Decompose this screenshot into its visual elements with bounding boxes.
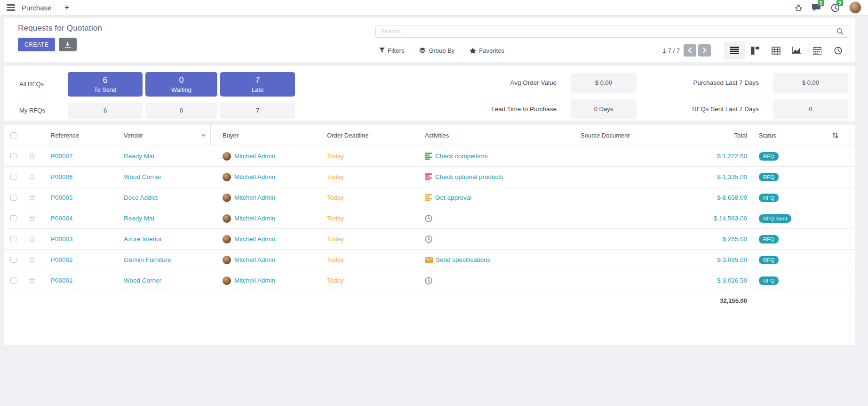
view-list-button[interactable] — [724, 41, 745, 59]
row-checkbox[interactable] — [10, 277, 16, 284]
stat-late-button[interactable]: 7Late — [220, 72, 295, 97]
activities-icon[interactable]: 9 — [831, 3, 840, 12]
activity-cell[interactable]: Send specifications — [413, 250, 568, 270]
my-late-box[interactable]: 7 — [220, 103, 295, 119]
filters-button[interactable]: Filters — [375, 45, 408, 56]
activity-cell[interactable] — [413, 229, 568, 249]
header-total[interactable]: Total — [672, 125, 749, 146]
header-status[interactable]: Status — [749, 125, 815, 146]
add-tab-button[interactable]: + — [64, 3, 69, 12]
activity-label[interactable]: Check optional products — [435, 173, 503, 180]
header-vendor[interactable]: Vendor — [114, 125, 211, 146]
favorite-star-icon[interactable]: ☆ — [28, 193, 36, 202]
reference-link[interactable]: P00001 — [51, 277, 73, 284]
favorite-star-icon[interactable]: ☆ — [28, 152, 36, 161]
export-button[interactable] — [59, 38, 77, 51]
table-row[interactable]: ☆ P00002 Gemini Furniture Mitchell Admin… — [4, 249, 855, 270]
reference-link[interactable]: P00002 — [51, 256, 73, 263]
vendor-link[interactable]: Gemini Furniture — [124, 256, 171, 263]
vendor-link[interactable]: Ready Mat — [124, 153, 154, 160]
pager-next-button[interactable] — [698, 44, 711, 57]
header-activities[interactable]: Activities — [413, 125, 568, 146]
header-source-document[interactable]: Source Document — [568, 125, 672, 146]
order-deadline-value: Today — [327, 277, 344, 284]
vendor-link[interactable]: Deco Addict — [124, 194, 158, 201]
group-by-button[interactable]: Group By — [415, 45, 458, 56]
app-name[interactable]: Purchase — [22, 4, 51, 12]
header-reference[interactable]: Reference — [41, 125, 114, 146]
table-row[interactable]: ☆ P00004 Ready Mat Mitchell Admin Today … — [4, 208, 855, 228]
activity-envelope-icon[interactable] — [425, 257, 433, 263]
vendor-link[interactable]: Wood Corner — [124, 173, 161, 180]
view-graph-button[interactable] — [786, 41, 807, 59]
activity-cell[interactable]: Check optional products — [413, 167, 568, 187]
activity-label[interactable]: Check competitors — [435, 153, 488, 160]
activity-list-icon[interactable] — [425, 194, 432, 201]
activity-cell[interactable]: Get approval — [413, 187, 568, 208]
reference-link[interactable]: P00004 — [51, 215, 73, 222]
table-row[interactable]: ☆ P00006 Wood Corner Mitchell Admin Toda… — [4, 166, 855, 187]
search-input[interactable] — [376, 25, 836, 37]
search-box[interactable] — [375, 25, 848, 38]
view-pivot-button[interactable] — [765, 41, 786, 59]
row-checkbox[interactable] — [10, 174, 16, 180]
buyer-link[interactable]: Mitchell Admin — [234, 256, 275, 263]
vendor-link[interactable]: Wood Corner — [124, 277, 161, 284]
search-icon[interactable] — [836, 28, 848, 35]
activity-label[interactable]: Get approval — [435, 194, 471, 201]
favorite-star-icon[interactable]: ☆ — [28, 276, 36, 285]
header-order-deadline[interactable]: Order Deadline — [317, 125, 413, 146]
buyer-link[interactable]: Mitchell Admin — [234, 277, 275, 284]
reference-link[interactable]: P00006 — [51, 173, 73, 180]
row-checkbox[interactable] — [10, 257, 16, 263]
header-buyer[interactable]: Buyer — [211, 125, 317, 146]
stat-to-send-button[interactable]: 6To Send — [68, 72, 143, 97]
select-all-checkbox[interactable] — [10, 132, 16, 138]
favorite-star-icon[interactable]: ☆ — [28, 235, 36, 244]
activity-list-icon[interactable] — [425, 153, 432, 160]
vendor-link[interactable]: Ready Mat — [124, 215, 154, 222]
activity-clock-icon[interactable] — [425, 277, 432, 284]
messages-icon[interactable]: 5 — [812, 3, 821, 12]
activity-cell[interactable] — [413, 270, 568, 291]
buyer-link[interactable]: Mitchell Admin — [234, 194, 275, 201]
activity-cell[interactable] — [413, 208, 568, 228]
row-checkbox[interactable] — [10, 153, 16, 159]
activity-label[interactable]: Send specifications — [436, 256, 490, 263]
favorite-star-icon[interactable]: ☆ — [28, 214, 36, 223]
favorite-star-icon[interactable]: ☆ — [28, 172, 36, 181]
stat-waiting-button[interactable]: 0Waiting — [145, 72, 217, 97]
row-checkbox[interactable] — [10, 236, 16, 242]
row-checkbox[interactable] — [10, 215, 16, 221]
optional-columns-icon[interactable] — [832, 132, 839, 139]
apps-menu-icon[interactable] — [7, 4, 15, 11]
row-checkbox[interactable] — [10, 195, 16, 201]
view-kanban-button[interactable] — [745, 41, 765, 59]
buyer-link[interactable]: Mitchell Admin — [234, 235, 275, 243]
activity-list-icon[interactable] — [425, 173, 432, 180]
table-row[interactable]: ☆ P00001 Wood Corner Mitchell Admin Toda… — [4, 270, 855, 291]
buyer-link[interactable]: Mitchell Admin — [234, 173, 275, 180]
debug-bug-icon[interactable] — [795, 4, 803, 12]
table-row[interactable]: ☆ P00007 Ready Mat Mitchell Admin Today … — [4, 146, 855, 166]
vendor-link[interactable]: Azure Interior — [124, 235, 162, 243]
activity-cell[interactable]: Check competitors — [413, 146, 568, 166]
my-waiting-box[interactable]: 0 — [145, 103, 217, 119]
reference-link[interactable]: P00007 — [51, 153, 73, 160]
buyer-link[interactable]: Mitchell Admin — [234, 215, 275, 222]
reference-link[interactable]: P00003 — [51, 235, 73, 243]
view-calendar-button[interactable] — [807, 41, 828, 59]
activity-clock-icon[interactable] — [425, 215, 432, 222]
view-activity-button[interactable] — [828, 41, 848, 59]
table-row[interactable]: ☆ P00003 Azure Interior Mitchell Admin T… — [4, 228, 855, 249]
my-to-send-box[interactable]: 6 — [68, 103, 143, 119]
create-button[interactable]: CREATE — [18, 38, 55, 51]
activity-clock-icon[interactable] — [425, 235, 432, 243]
pager-prev-button[interactable] — [684, 44, 696, 57]
reference-link[interactable]: P00005 — [51, 194, 73, 201]
favorites-button[interactable]: Favorites — [466, 45, 508, 56]
table-row[interactable]: ☆ P00005 Deco Addict Mitchell Admin Toda… — [4, 187, 855, 208]
user-avatar[interactable] — [849, 1, 861, 14]
buyer-link[interactable]: Mitchell Admin — [234, 153, 275, 160]
favorite-star-icon[interactable]: ☆ — [28, 255, 36, 264]
